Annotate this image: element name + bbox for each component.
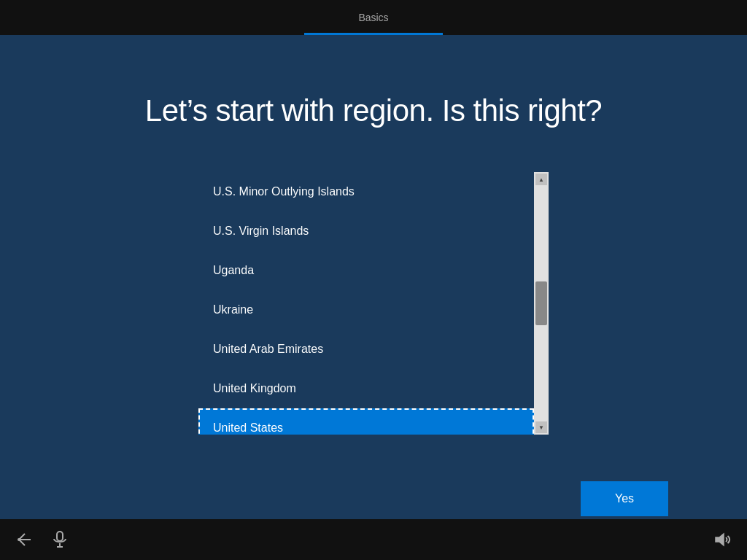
bottom-left-icons: [15, 529, 70, 550]
svg-marker-4: [716, 534, 724, 545]
volume-icon[interactable]: [712, 529, 732, 550]
back-icon[interactable]: [15, 529, 35, 550]
scroll-down-button[interactable]: ▼: [535, 421, 547, 433]
scrollbar-track[interactable]: ▲ ▼: [534, 172, 549, 435]
scroll-up-button[interactable]: ▲: [535, 174, 547, 185]
top-bar-title: Basics: [358, 12, 388, 23]
scrollbar-thumb[interactable]: [535, 281, 547, 325]
bottom-right-icons: [712, 529, 732, 550]
list-item[interactable]: United States: [198, 408, 534, 435]
svg-rect-1: [57, 532, 63, 541]
top-bar-underline: [304, 33, 443, 35]
page-title: Let’s start with region. Is this right?: [145, 93, 602, 128]
main-content: Let’s start with region. Is this right? …: [0, 35, 747, 435]
mic-icon[interactable]: [50, 529, 70, 550]
list-item[interactable]: Ukraine: [198, 290, 534, 330]
svg-point-0: [18, 538, 20, 541]
yes-button[interactable]: Yes: [581, 481, 668, 516]
list-item[interactable]: Uganda: [198, 251, 534, 290]
list-container: U.S. Minor Outlying IslandsU.S. Virgin I…: [198, 172, 549, 435]
region-list[interactable]: U.S. Minor Outlying IslandsU.S. Virgin I…: [198, 172, 534, 435]
list-item[interactable]: U.S. Minor Outlying Islands: [198, 172, 534, 211]
list-item[interactable]: United Kingdom: [198, 369, 534, 408]
list-item[interactable]: United Arab Emirates: [198, 330, 534, 369]
top-bar: Basics: [0, 0, 747, 35]
list-item[interactable]: U.S. Virgin Islands: [198, 211, 534, 251]
bottom-bar: [0, 519, 747, 560]
